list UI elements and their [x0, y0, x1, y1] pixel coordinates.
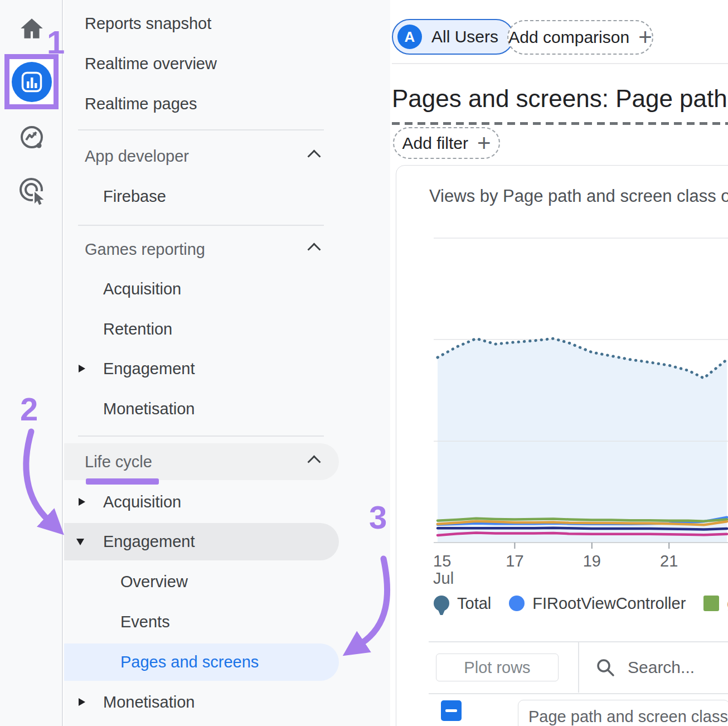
chevron-up-icon[interactable] [307, 455, 321, 468]
add-filter-button[interactable]: Add filter + [393, 127, 500, 159]
svg-text:15: 15 [433, 552, 451, 570]
sidebar-item-label: Realtime pages [85, 95, 197, 113]
sidebar-section-life-cycle[interactable]: Life cycle [64, 443, 339, 480]
table-search[interactable]: Search... [595, 654, 695, 681]
collapsed-arrow-icon[interactable] [79, 365, 85, 372]
sidebar-item-acquisition-games[interactable]: Acquisition [64, 269, 390, 309]
sidebar-item-label: Events [120, 613, 170, 631]
sidebar-item-label: Retention [103, 320, 172, 338]
sidebar-item-label: Engagement [103, 533, 195, 551]
sidebar-item-realtime-pages[interactable]: Realtime pages [64, 84, 390, 124]
audience-chip-all-users[interactable]: A All Users [392, 19, 514, 55]
svg-text:19: 19 [583, 552, 601, 570]
sidebar-item-label: Realtime overview [85, 55, 217, 73]
svg-text:Jul: Jul [433, 569, 454, 587]
explore-icon[interactable] [18, 123, 46, 154]
chevron-up-icon[interactable] [307, 149, 321, 163]
select-all-checkbox-indeterminate[interactable] [441, 700, 462, 721]
series-circle-icon [509, 596, 525, 611]
audience-avatar: A [397, 25, 422, 49]
sidebar-item-label: Pages and screens [120, 653, 259, 671]
step-2-annotation: 2 [20, 390, 38, 428]
sidebar-item-realtime-overview[interactable]: Realtime overview [64, 43, 390, 84]
section-label: Games reporting [85, 240, 205, 259]
sidebar-item-retention[interactable]: Retention [64, 309, 390, 349]
svg-text:17: 17 [506, 552, 523, 570]
sidebar-item-firebase[interactable]: Firebase [64, 176, 390, 216]
table-header-divider [429, 693, 728, 694]
total-balloon-icon [434, 596, 449, 611]
legend-item-total[interactable]: Total [434, 594, 491, 613]
sidebar-item-engagement-lifecycle[interactable]: Engagement [64, 523, 339, 560]
sidebar-item-label: Acquisition [103, 493, 181, 511]
sidebar-section-games-reporting[interactable]: Games reporting [64, 229, 390, 269]
sidebar-item-events[interactable]: Events [64, 602, 390, 642]
collapsed-arrow-icon[interactable] [79, 698, 85, 706]
add-comparison-label: Add comparison [508, 28, 629, 47]
sidebar-item-acquisition-lifecycle[interactable]: Acquisition [64, 482, 390, 522]
advertising-icon[interactable] [18, 176, 48, 209]
step-3-annotation: 3 [369, 498, 387, 536]
chart-title: Views by Page path and screen class over… [429, 186, 728, 206]
section-label: Life cycle [85, 453, 152, 471]
reports-nav-highlight-box [4, 54, 59, 109]
sidebar-section-app-developer[interactable]: App developer [64, 136, 390, 176]
sidebar-divider [78, 225, 324, 226]
toolbar-vertical-divider [578, 642, 579, 693]
sidebar-item-pages-and-screens[interactable]: Pages and screens [64, 643, 339, 681]
sidebar-item-overview[interactable]: Overview [64, 562, 390, 602]
sidebar-item-label: Firebase [103, 187, 166, 206]
search-placeholder: Search... [628, 658, 695, 677]
home-icon[interactable] [18, 14, 46, 45]
page-title-dashed-underline [392, 122, 728, 125]
legend-item-game-board[interactable]: game_board [703, 594, 728, 613]
plot-rows-button[interactable]: Plot rows [436, 654, 559, 681]
chevron-up-icon[interactable] [307, 243, 321, 256]
sidebar-item-reports-snapshot[interactable]: Reports snapshot [64, 3, 390, 43]
reports-analytics-icon[interactable] [12, 62, 52, 102]
sidebar-divider [78, 435, 324, 437]
sidebar-item-label: Acquisition [103, 280, 181, 298]
add-comparison-button[interactable]: Add comparison + [507, 20, 653, 55]
minus-icon [445, 709, 457, 712]
reports-sidebar: Reports snapshot Realtime overview Realt… [64, 0, 390, 726]
legend-label: Total [457, 594, 491, 613]
sidebar-item-label: Overview [120, 573, 188, 591]
left-icon-rail [0, 0, 63, 726]
step-1-annotation: 1 [47, 23, 65, 61]
dimension-selector-dropdown[interactable]: Page path and screen class [518, 700, 728, 726]
legend-label: FIRootViewController [532, 594, 686, 613]
collapsed-arrow-icon[interactable] [79, 498, 85, 506]
series-square-icon [703, 596, 719, 611]
expanded-arrow-icon[interactable] [76, 539, 84, 545]
chart-legend: Total FIRootViewController game_board [390, 589, 728, 618]
sidebar-divider [78, 129, 324, 130]
legend-item-firootviewcontroller[interactable]: FIRootViewController [509, 594, 686, 613]
page-title: Pages and screens: Page path and screen … [392, 85, 728, 113]
sidebar-item-label: Monetisation [103, 693, 195, 712]
sidebar-item-label: Reports snapshot [85, 14, 211, 33]
sidebar-item-label: Engagement [103, 360, 195, 378]
add-filter-label: Add filter [402, 134, 468, 153]
sidebar-item-monetisation-lifecycle[interactable]: Monetisation [64, 682, 390, 722]
sidebar-item-engagement-games[interactable]: Engagement [64, 349, 390, 389]
audience-chip-label: All Users [431, 27, 498, 46]
sidebar-item-label: Monetisation [103, 400, 195, 418]
svg-text:21: 21 [660, 552, 678, 570]
search-icon [595, 657, 615, 677]
views-over-time-chart[interactable]: 15Jul171921 [390, 223, 728, 591]
section-label: App developer [85, 147, 189, 166]
sidebar-item-monetisation-games[interactable]: Monetisation [64, 389, 390, 429]
header-divider [392, 63, 728, 64]
